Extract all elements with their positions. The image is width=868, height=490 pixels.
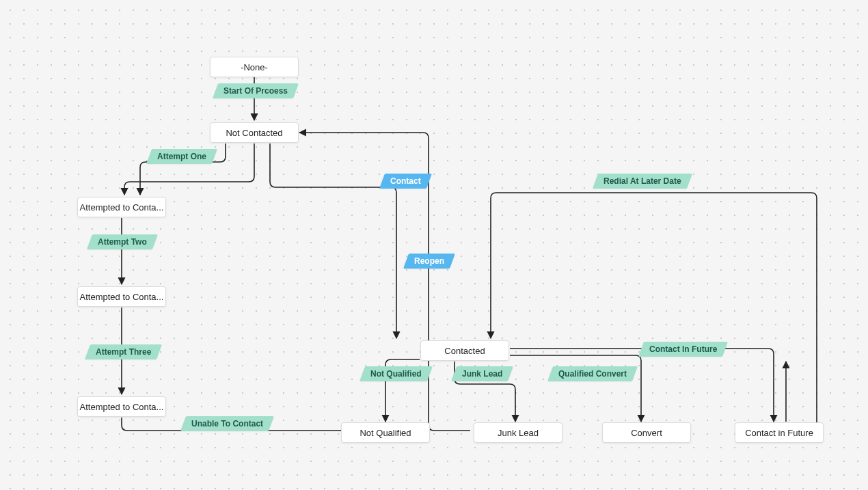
node-junk-lead[interactable]: Junk Lead xyxy=(474,422,562,443)
node-label: Junk Lead xyxy=(498,428,539,438)
node-label: Contacted xyxy=(444,346,485,356)
node-contacted[interactable]: Contacted xyxy=(420,340,509,361)
tag-label: Not Qualified xyxy=(370,366,422,381)
tag-attempt-one[interactable]: Attempt One xyxy=(146,149,217,164)
node-label: Not Contacted xyxy=(226,128,282,138)
tag-label: Start Of Prcoess xyxy=(223,83,288,98)
tag-qualified[interactable]: Qualified Convert xyxy=(547,366,638,381)
node-attempted-2[interactable]: Attempted to Conta... xyxy=(77,286,166,307)
tag-label: Contact xyxy=(390,174,421,189)
tag-label: Attempt Three xyxy=(96,344,151,359)
node-not-qualified[interactable]: Not Qualified xyxy=(341,422,430,443)
tag-label: Unable To Contact xyxy=(191,416,263,431)
node-label: Not Qualified xyxy=(360,428,411,438)
tag-junk-lead[interactable]: Junk Lead xyxy=(451,366,513,381)
tag-unable[interactable]: Unable To Contact xyxy=(180,416,274,431)
node-label: Attempted to Conta... xyxy=(80,202,164,213)
tag-attempt-two[interactable]: Attempt Two xyxy=(87,234,158,249)
tag-attempt-three[interactable]: Attempt Three xyxy=(85,344,162,359)
tag-label: Junk Lead xyxy=(462,366,502,381)
tag-label: Reopen xyxy=(414,254,444,269)
node-label: Attempted to Conta... xyxy=(80,292,164,302)
node-label: -None- xyxy=(241,62,268,72)
node-label: Convert xyxy=(631,428,662,438)
node-label: Contact in Future xyxy=(745,428,813,438)
node-attempted-3[interactable]: Attempted to Conta... xyxy=(77,396,166,417)
node-attempted-1[interactable]: Attempted to Conta... xyxy=(77,197,166,217)
tag-reopen[interactable]: Reopen xyxy=(403,254,455,269)
tag-start[interactable]: Start Of Prcoess xyxy=(213,83,299,98)
tag-label: Attempt Two xyxy=(98,234,147,249)
node-not-contacted[interactable]: Not Contacted xyxy=(210,122,299,143)
node-none[interactable]: -None- xyxy=(210,57,299,77)
node-convert[interactable]: Convert xyxy=(602,422,691,443)
tag-redial[interactable]: Redial At Later Date xyxy=(593,174,692,189)
tag-label: Attempt One xyxy=(157,149,206,164)
tag-not-qualified[interactable]: Not Qualified xyxy=(360,366,433,381)
node-label: Attempted to Conta... xyxy=(80,402,164,412)
tag-label: Redial At Later Date xyxy=(603,174,681,189)
tag-contact-future[interactable]: Contact In Future xyxy=(638,342,728,357)
tag-contact[interactable]: Contact xyxy=(379,174,432,189)
tag-label: Contact In Future xyxy=(649,342,717,357)
node-contact-future[interactable]: Contact in Future xyxy=(735,422,824,443)
tag-label: Qualified Convert xyxy=(558,366,627,381)
